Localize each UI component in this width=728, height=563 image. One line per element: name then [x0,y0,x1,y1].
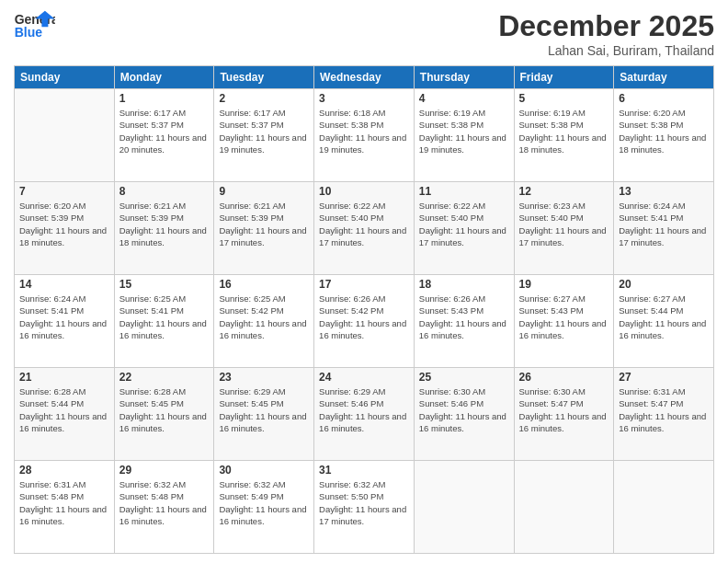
day-number: 16 [219,278,309,291]
calendar-cell: 15Sunrise: 6:25 AMSunset: 5:41 PMDayligh… [114,275,214,368]
day-number: 27 [619,371,709,384]
location: Lahan Sai, Buriram, Thailand [498,43,714,58]
day-number: 6 [619,92,709,105]
day-number: 1 [119,92,210,105]
day-number: 18 [419,278,509,291]
calendar-cell [614,461,714,554]
day-number: 11 [419,185,509,198]
col-monday: Monday [114,66,214,89]
day-info: Sunrise: 6:22 AMSunset: 5:40 PMDaylight:… [419,200,509,248]
day-number: 23 [219,371,309,384]
day-number: 19 [519,278,609,291]
day-number: 17 [319,278,409,291]
week-row-2: 7Sunrise: 6:20 AMSunset: 5:39 PMDaylight… [15,182,714,275]
calendar-cell: 25Sunrise: 6:30 AMSunset: 5:46 PMDayligh… [414,368,514,461]
day-info: Sunrise: 6:31 AMSunset: 5:48 PMDaylight:… [19,478,109,527]
calendar-cell: 26Sunrise: 6:30 AMSunset: 5:47 PMDayligh… [514,368,614,461]
day-info: Sunrise: 6:27 AMSunset: 5:44 PMDaylight:… [619,293,709,341]
day-info: Sunrise: 6:21 AMSunset: 5:39 PMDaylight:… [119,200,210,248]
page: General Blue December 2025 Lahan Sai, Bu… [0,0,728,563]
day-info: Sunrise: 6:25 AMSunset: 5:42 PMDaylight:… [219,293,309,341]
day-info: Sunrise: 6:31 AMSunset: 5:47 PMDaylight:… [619,385,709,434]
day-info: Sunrise: 6:29 AMSunset: 5:45 PMDaylight:… [219,385,309,434]
calendar-cell: 18Sunrise: 6:26 AMSunset: 5:43 PMDayligh… [414,275,514,368]
day-info: Sunrise: 6:20 AMSunset: 5:38 PMDaylight:… [619,107,709,155]
day-info: Sunrise: 6:18 AMSunset: 5:38 PMDaylight:… [319,107,409,155]
day-info: Sunrise: 6:30 AMSunset: 5:47 PMDaylight:… [519,385,609,434]
day-info: Sunrise: 6:21 AMSunset: 5:39 PMDaylight:… [219,200,309,248]
col-saturday: Saturday [614,66,714,89]
calendar-cell: 9Sunrise: 6:21 AMSunset: 5:39 PMDaylight… [214,182,314,275]
day-number: 30 [219,464,309,477]
calendar-table: Sunday Monday Tuesday Wednesday Thursday… [14,65,714,554]
day-number: 2 [219,92,309,105]
calendar-cell: 23Sunrise: 6:29 AMSunset: 5:45 PMDayligh… [214,368,314,461]
day-info: Sunrise: 6:27 AMSunset: 5:43 PMDaylight:… [519,293,609,341]
title-section: December 2025 Lahan Sai, Buriram, Thaila… [498,9,714,58]
calendar-cell: 17Sunrise: 6:26 AMSunset: 5:42 PMDayligh… [314,275,415,368]
calendar-cell: 7Sunrise: 6:20 AMSunset: 5:39 PMDaylight… [15,182,115,275]
calendar-cell: 20Sunrise: 6:27 AMSunset: 5:44 PMDayligh… [614,275,714,368]
day-info: Sunrise: 6:24 AMSunset: 5:41 PMDaylight:… [19,293,109,341]
calendar-cell: 2Sunrise: 6:17 AMSunset: 5:37 PMDaylight… [214,89,314,182]
calendar-cell: 1Sunrise: 6:17 AMSunset: 5:37 PMDaylight… [114,89,214,182]
day-number: 7 [19,185,109,198]
day-number: 25 [419,371,509,384]
calendar-cell: 11Sunrise: 6:22 AMSunset: 5:40 PMDayligh… [414,182,514,275]
day-info: Sunrise: 6:20 AMSunset: 5:39 PMDaylight:… [19,200,109,248]
calendar-cell: 19Sunrise: 6:27 AMSunset: 5:43 PMDayligh… [514,275,614,368]
week-row-4: 21Sunrise: 6:28 AMSunset: 5:44 PMDayligh… [15,368,714,461]
calendar-header-row: Sunday Monday Tuesday Wednesday Thursday… [15,66,714,89]
calendar-cell: 12Sunrise: 6:23 AMSunset: 5:40 PMDayligh… [514,182,614,275]
calendar-cell: 24Sunrise: 6:29 AMSunset: 5:46 PMDayligh… [314,368,415,461]
day-number: 4 [419,92,509,105]
day-number: 5 [519,92,609,105]
calendar-cell: 21Sunrise: 6:28 AMSunset: 5:44 PMDayligh… [15,368,115,461]
day-number: 13 [619,185,709,198]
calendar-cell [414,461,514,554]
col-tuesday: Tuesday [214,66,314,89]
day-info: Sunrise: 6:26 AMSunset: 5:43 PMDaylight:… [419,293,509,341]
day-info: Sunrise: 6:28 AMSunset: 5:45 PMDaylight:… [119,385,210,434]
day-info: Sunrise: 6:23 AMSunset: 5:40 PMDaylight:… [519,200,609,248]
day-number: 8 [119,185,210,198]
day-number: 24 [319,371,409,384]
calendar-cell: 10Sunrise: 6:22 AMSunset: 5:40 PMDayligh… [314,182,415,275]
day-number: 31 [319,464,409,477]
day-number: 20 [619,278,709,291]
day-number: 12 [519,185,609,198]
calendar-cell: 3Sunrise: 6:18 AMSunset: 5:38 PMDaylight… [314,89,415,182]
calendar-cell: 8Sunrise: 6:21 AMSunset: 5:39 PMDaylight… [114,182,214,275]
day-number: 3 [319,92,409,105]
day-number: 29 [119,464,210,477]
svg-text:Blue: Blue [15,25,43,40]
day-number: 14 [19,278,109,291]
day-number: 26 [519,371,609,384]
week-row-3: 14Sunrise: 6:24 AMSunset: 5:41 PMDayligh… [15,275,714,368]
calendar-cell: 4Sunrise: 6:19 AMSunset: 5:38 PMDaylight… [414,89,514,182]
day-info: Sunrise: 6:22 AMSunset: 5:40 PMDaylight:… [319,200,409,248]
day-info: Sunrise: 6:25 AMSunset: 5:41 PMDaylight:… [119,293,210,341]
day-info: Sunrise: 6:19 AMSunset: 5:38 PMDaylight:… [419,107,509,155]
day-number: 22 [119,371,210,384]
calendar-cell: 28Sunrise: 6:31 AMSunset: 5:48 PMDayligh… [15,461,115,554]
calendar-cell: 30Sunrise: 6:32 AMSunset: 5:49 PMDayligh… [214,461,314,554]
calendar-cell [15,89,115,182]
logo: General Blue [14,9,55,41]
day-info: Sunrise: 6:19 AMSunset: 5:38 PMDaylight:… [519,107,609,155]
day-info: Sunrise: 6:24 AMSunset: 5:41 PMDaylight:… [619,200,709,248]
col-sunday: Sunday [15,66,115,89]
day-info: Sunrise: 6:17 AMSunset: 5:37 PMDaylight:… [119,107,210,155]
day-number: 10 [319,185,409,198]
day-info: Sunrise: 6:30 AMSunset: 5:46 PMDaylight:… [419,385,509,434]
calendar-cell: 29Sunrise: 6:32 AMSunset: 5:48 PMDayligh… [114,461,214,554]
calendar-cell: 22Sunrise: 6:28 AMSunset: 5:45 PMDayligh… [114,368,214,461]
calendar-cell: 6Sunrise: 6:20 AMSunset: 5:38 PMDaylight… [614,89,714,182]
col-thursday: Thursday [414,66,514,89]
col-friday: Friday [514,66,614,89]
day-info: Sunrise: 6:17 AMSunset: 5:37 PMDaylight:… [219,107,309,155]
day-number: 28 [19,464,109,477]
day-number: 15 [119,278,210,291]
calendar-cell: 14Sunrise: 6:24 AMSunset: 5:41 PMDayligh… [15,275,115,368]
day-info: Sunrise: 6:29 AMSunset: 5:46 PMDaylight:… [319,385,409,434]
